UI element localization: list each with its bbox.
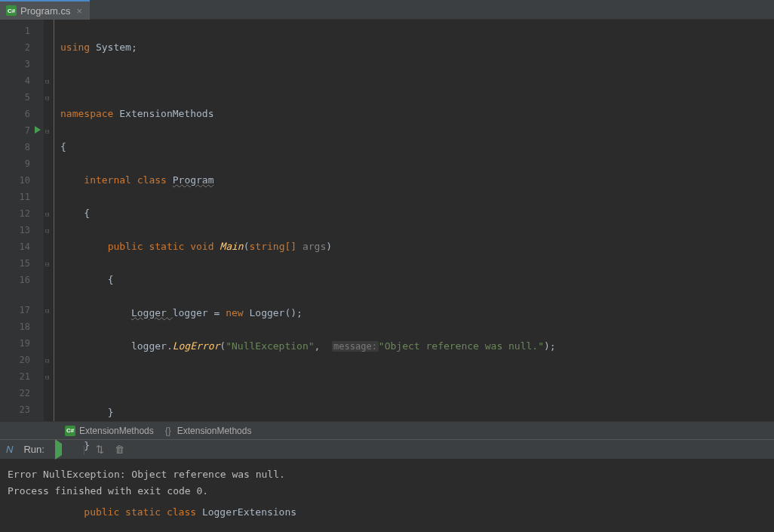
fold-end-icon[interactable]: ⊟ [45,357,51,363]
line-number-gutter: 1 2 3 4 5 6 7 8 9 10 11 12 13 14 15 16 1… [0,20,44,421]
fold-icon[interactable]: ⊟ [45,260,51,266]
trash-button[interactable]: 🗑 [115,444,124,455]
csharp-icon: C# [65,426,75,436]
editor-tabs: C# Program.cs × [0,0,774,20]
breadcrumb-item[interactable]: {} ExtensionMethods [163,426,252,436]
namespace-icon: {} [163,426,174,436]
code-editor[interactable]: 1 2 3 4 5 6 7 8 9 10 11 12 13 14 15 16 1… [0,20,774,421]
csharp-file-icon: C# [6,5,17,16]
run-gutter-icon[interactable] [35,126,41,134]
breadcrumb-label: ExtensionMethods [177,426,252,436]
fold-icon[interactable]: ⊟ [45,307,51,313]
fold-icon[interactable]: ⊟ [45,128,51,134]
breadcrumb-label: ExtensionMethods [79,426,154,436]
run-button[interactable] [55,444,62,455]
tab-label: Program.cs [20,5,70,17]
breadcrumb-item[interactable]: C# ExtensionMethods [65,426,154,436]
run-label: Run: [23,444,44,455]
close-icon[interactable]: × [76,5,82,17]
fold-icon[interactable]: ⊟ [45,94,51,100]
fold-end-icon[interactable]: ⊟ [45,227,51,233]
fold-end-icon[interactable]: ⊟ [45,211,51,217]
fold-end-icon[interactable]: ⊟ [45,374,51,380]
tab-program-cs[interactable]: C# Program.cs × [0,0,90,20]
fold-column: ⊟ ⊟ ⊟ ⊟ ⊟ ⊟ ⊟ ⊟ ⊟ [44,20,54,421]
code-content[interactable]: using System; namespace ExtensionMethods… [54,20,586,421]
fold-icon[interactable]: ⊟ [45,78,51,84]
play-icon [55,439,62,460]
layout-button[interactable]: ⇅ [96,444,104,455]
run-config-icon: N [6,444,13,455]
